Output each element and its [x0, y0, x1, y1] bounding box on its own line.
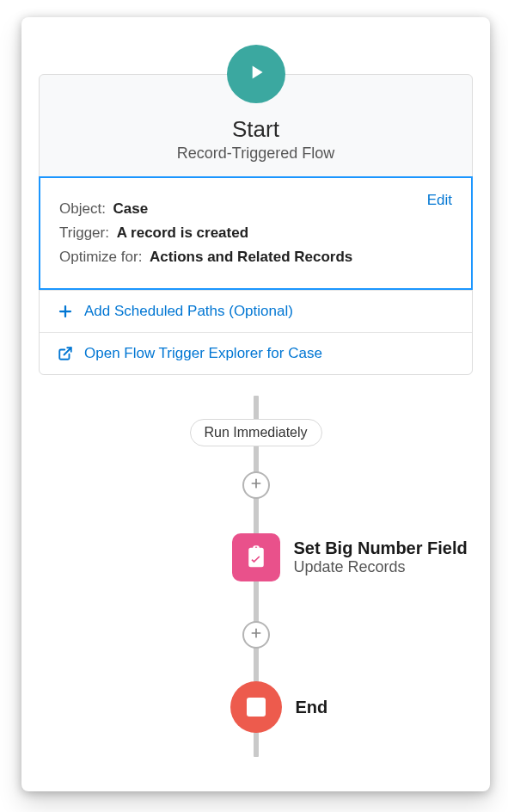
start-play-button[interactable]	[227, 45, 285, 103]
open-trigger-explorer-link[interactable]: Open Flow Trigger Explorer for Case	[40, 332, 472, 374]
config-trigger-row: Trigger: A record is created	[59, 225, 452, 242]
start-title: Start	[48, 116, 463, 143]
flow-canvas: Start Record-Triggered Flow Edit Object:…	[21, 17, 490, 791]
add-scheduled-paths-label: Add Scheduled Paths (Optional)	[84, 303, 293, 320]
config-optimize-row: Optimize for: Actions and Related Record…	[59, 249, 452, 266]
update-records-node[interactable]: Set Big Number Field Update Records	[256, 533, 468, 581]
update-records-subtitle: Update Records	[294, 558, 468, 576]
config-object-label: Object:	[59, 200, 106, 217]
play-icon	[245, 61, 267, 87]
end-icon	[230, 681, 282, 733]
config-trigger-label: Trigger:	[59, 225, 109, 241]
external-link-icon	[57, 345, 74, 362]
end-title: End	[296, 698, 328, 717]
open-trigger-explorer-label: Open Flow Trigger Explorer for Case	[84, 345, 322, 362]
path-label-run-immediately[interactable]: Run Immediately	[189, 419, 321, 446]
update-records-title: Set Big Number Field	[294, 538, 468, 558]
add-scheduled-paths-link[interactable]: Add Scheduled Paths (Optional)	[40, 290, 472, 332]
update-records-icon	[232, 533, 280, 581]
svg-line-2	[64, 348, 71, 354]
plus-icon	[249, 626, 263, 643]
update-records-labels: Set Big Number Field Update Records	[294, 538, 468, 576]
end-node[interactable]: End	[256, 681, 328, 733]
stop-icon	[247, 698, 266, 717]
plus-icon	[57, 303, 74, 320]
config-object-row: Object: Case	[59, 200, 452, 218]
config-trigger-value: A record is created	[117, 225, 248, 241]
config-object-value: Case	[113, 200, 149, 217]
config-optimize-value: Actions and Related Records	[150, 249, 352, 265]
start-config-panel[interactable]: Edit Object: Case Trigger: A record is c…	[39, 176, 473, 290]
add-element-button[interactable]	[242, 471, 270, 499]
start-subtitle: Record-Triggered Flow	[48, 145, 463, 163]
start-node-card: Start Record-Triggered Flow Edit Object:…	[39, 74, 473, 375]
config-optimize-label: Optimize for:	[59, 249, 142, 265]
edit-link[interactable]: Edit	[427, 192, 452, 209]
plus-icon	[249, 477, 263, 494]
add-element-button[interactable]	[242, 621, 270, 649]
